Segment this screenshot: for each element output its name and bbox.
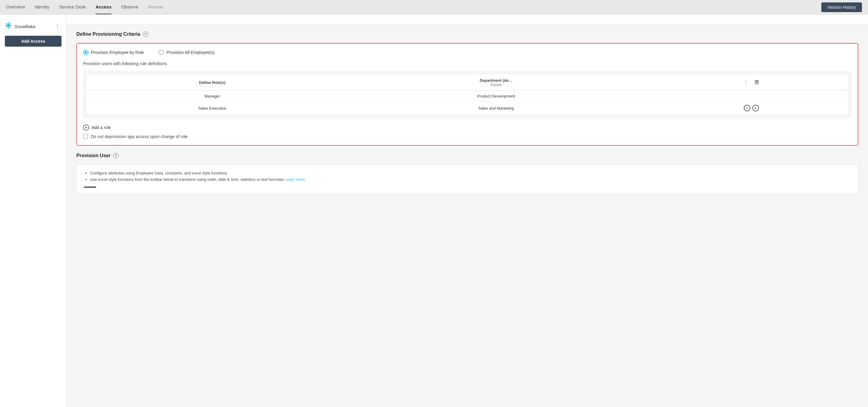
deprovision-label: Do not deprovision app access upon chang… [91, 134, 188, 139]
main-layout: Snowflake ⋮ Add Access Define Provisioni… [0, 14, 868, 407]
sidebar-app-name: Snowflake [14, 24, 35, 29]
col-header-actions: ⋮ [654, 74, 848, 91]
radio-label-all: Provision All Employee(s) [166, 50, 215, 55]
rule-description: Provision users with following rule defi… [83, 61, 851, 66]
sidebar: Snowflake ⋮ Add Access [0, 14, 67, 407]
col-header-dept: Department (de… Equals [338, 74, 654, 91]
provision-bullet-1: Configure attributes using Employee Data… [90, 171, 851, 175]
define-criteria-label: Define Provisioning Criteria [76, 32, 140, 37]
provision-user-section: Provision User ? Configure attributes us… [67, 153, 868, 201]
table-cell-role-2: Sales Executive [87, 102, 338, 115]
row-minus-button[interactable]: − [744, 105, 750, 111]
sidebar-logo: Snowflake [5, 22, 35, 31]
svg-rect-5 [755, 81, 758, 84]
rule-table-wrapper: Define Role(s) Department (de… Equals ⋮ [83, 71, 851, 118]
sidebar-header: Snowflake ⋮ [0, 20, 66, 36]
svg-point-4 [8, 25, 9, 26]
provision-user-help-icon[interactable]: ? [113, 153, 119, 158]
row-plus-button[interactable]: + [752, 105, 759, 111]
nav-review[interactable]: Review [148, 0, 163, 14]
nav-overview[interactable]: Overview [6, 0, 25, 14]
table-row: Manager Product Development [87, 91, 848, 102]
radio-provision-by-role[interactable]: Provision Employee by Role [83, 50, 144, 55]
add-rule-icon: + [83, 125, 89, 131]
provision-user-title: Provision User ? [76, 153, 858, 158]
main-content: Define Provisioning Criteria ? Provision… [67, 14, 868, 407]
radio-provision-all[interactable]: Provision All Employee(s) [158, 50, 215, 55]
table-cell-role-1: Manager [87, 91, 338, 102]
add-access-button[interactable]: Add Access [5, 36, 62, 47]
version-history-button[interactable]: Version History [821, 2, 862, 12]
define-criteria-help-icon[interactable]: ? [143, 32, 148, 37]
rule-table: Define Role(s) Department (de… Equals ⋮ [87, 74, 848, 115]
table-cell-actions-2: − + [654, 102, 848, 115]
radio-circle-all [158, 50, 164, 55]
table-more-button[interactable]: ⋮ [742, 79, 750, 86]
radio-label-role: Provision Employee by Role [91, 50, 144, 55]
divider-line [84, 186, 96, 188]
add-rule-row[interactable]: + Add a rule [83, 125, 851, 131]
sidebar-menu-button[interactable]: ⋮ [54, 22, 62, 31]
top-nav: Overview Identity Service Desk Access Ob… [0, 0, 868, 14]
nav-identity[interactable]: Identity [35, 0, 50, 14]
provision-user-label: Provision User [76, 153, 111, 158]
nav-access[interactable]: Access [95, 0, 112, 14]
radio-row: Provision Employee by Role Provision All… [83, 50, 851, 55]
define-criteria-title: Define Provisioning Criteria ? [76, 32, 858, 37]
snowflake-icon [5, 22, 12, 31]
table-cell-actions-1 [654, 91, 848, 102]
add-rule-label: Add a rule [92, 125, 111, 130]
table-cell-dept-2: Sales and Marketing [338, 102, 654, 115]
top-strip [67, 14, 868, 24]
table-delete-button[interactable] [752, 79, 761, 86]
criteria-box: Provision Employee by Role Provision All… [76, 43, 858, 146]
nav-items: Overview Identity Service Desk Access Ob… [6, 0, 821, 14]
checkbox-row: Do not deprovision app access upon chang… [83, 134, 851, 139]
deprovision-checkbox[interactable] [83, 134, 88, 139]
provision-bullet-2: Use excel-style functions from the toolb… [90, 177, 851, 182]
learn-more-link[interactable]: Learn more [285, 177, 305, 182]
col-header-role: Define Role(s) [87, 74, 338, 91]
radio-circle-role [83, 50, 89, 55]
nav-observe[interactable]: Observe [121, 0, 138, 14]
nav-service-desk[interactable]: Service Desk [59, 0, 86, 14]
provision-bullet-list: Configure attributes using Employee Data… [84, 171, 851, 182]
col-header-dept-sub: Equals [342, 83, 650, 87]
provision-box: Configure attributes using Employee Data… [76, 164, 858, 194]
define-criteria-section: Define Provisioning Criteria ? Provision… [67, 24, 868, 153]
table-cell-dept-1: Product Development [338, 91, 654, 102]
table-row: Sales Executive Sales and Marketing − + [87, 102, 848, 115]
